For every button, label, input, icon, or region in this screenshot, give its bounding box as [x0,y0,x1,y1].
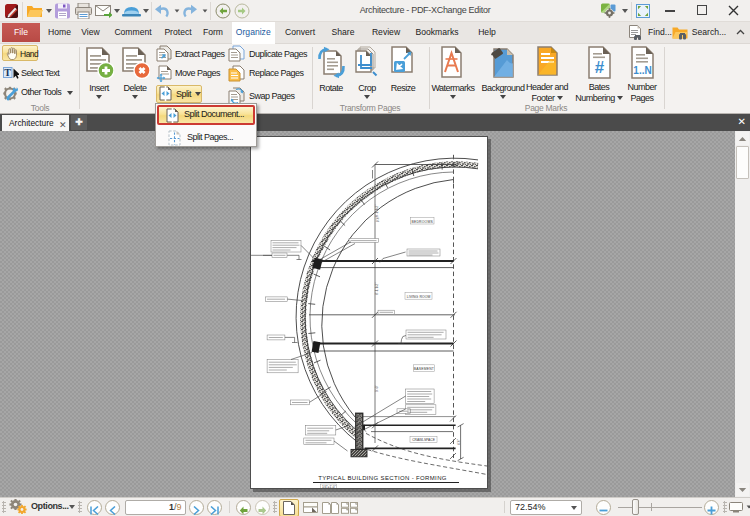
svg-text:LIVING ROOM: LIVING ROOM [407,295,431,299]
svg-text:#: # [594,58,604,77]
svg-text:4'-0": 4'-0" [457,439,461,445]
svg-text:TYPICAL BUILDING SECTION - FOR: TYPICAL BUILDING SECTION - FORMING [318,475,447,481]
svg-text:9'-1 1/2": 9'-1 1/2" [375,204,379,217]
svg-text:8'-1 1/2": 8'-1 1/2" [375,282,379,295]
svg-text:BASEMENT: BASEMENT [414,367,434,371]
svg-text:9'-0": 9'-0" [375,384,379,392]
svg-text:1/4"=1'-0": 1/4"=1'-0" [322,485,336,489]
svg-text:8'-0": 8'-0" [376,216,380,222]
svg-text:BEDROOMS: BEDROOMS [412,220,434,224]
svg-text:1..N: 1..N [633,65,651,76]
svg-text:T: T [4,67,11,78]
svg-text:CRAWLSPACE: CRAWLSPACE [412,438,436,442]
